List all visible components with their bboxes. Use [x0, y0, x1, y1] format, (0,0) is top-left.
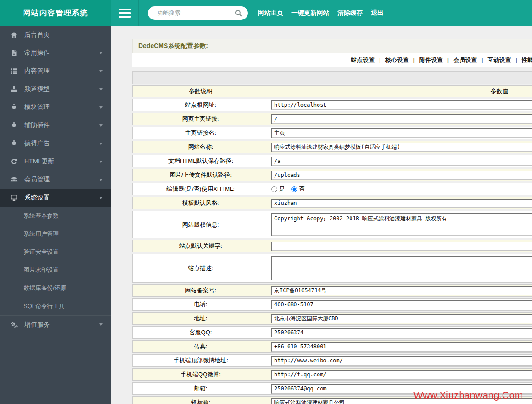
radio-input[interactable]: [271, 186, 277, 192]
tab-1[interactable]: 核心设置: [375, 56, 408, 64]
topnav-link-1[interactable]: 一键更新网站: [290, 7, 330, 19]
sidebar-item-9[interactable]: 系统设置: [0, 189, 111, 207]
param-input[interactable]: [271, 286, 532, 295]
param-input[interactable]: [271, 356, 532, 366]
file-icon: [10, 49, 18, 57]
chevron-down-icon: [99, 143, 103, 145]
config-panel: DedeCMS系统配置参数: 站点设置核心设置附件设置会员设置互动设置性能选项其…: [132, 39, 532, 67]
table-row: 手机端QQ微博:: [132, 368, 532, 381]
sidebar-subitem-5[interactable]: SQL命令行工具: [0, 297, 111, 315]
sidebar-subitem-3[interactable]: 图片水印设置: [0, 261, 111, 279]
param-value-cell: [269, 169, 532, 181]
param-input[interactable]: [271, 100, 532, 110]
sidebar-item-label: HTML更新: [24, 157, 95, 166]
sidebar-item-5[interactable]: 辅助插件: [0, 116, 111, 134]
plug-icon: [10, 140, 18, 147]
radio-option[interactable]: 否: [291, 185, 305, 193]
sidebar-item-8[interactable]: 会员管理: [0, 171, 111, 189]
param-input[interactable]: [271, 328, 532, 337]
site-watermark: Www.Xiuzhanwang.Com: [413, 390, 523, 401]
search-icon[interactable]: [234, 9, 242, 17]
radio-input[interactable]: [291, 186, 297, 192]
param-input[interactable]: [271, 157, 532, 166]
main-content: DedeCMS系统配置参数: 站点设置核心设置附件设置会员设置互动设置性能选项其…: [111, 26, 532, 404]
param-label: 短标题:: [133, 397, 269, 404]
chevron-down-icon: [99, 88, 103, 90]
tab-4[interactable]: 互动设置: [477, 56, 511, 64]
param-value-cell: [269, 313, 532, 324]
param-input[interactable]: [271, 342, 532, 352]
settings-tabs-bar: 站点设置核心设置附件设置会员设置互动设置性能选项其它选项: [132, 53, 532, 67]
cubes-icon: [10, 86, 18, 93]
app-title: 网站内容管理系统: [0, 0, 111, 26]
param-value-cell: [269, 99, 532, 111]
sidebar-item-value-added[interactable]: 增值服务: [0, 315, 111, 333]
sidebar-item-3[interactable]: 频道模型: [0, 80, 111, 98]
sidebar-item-4[interactable]: 模块管理: [0, 98, 111, 116]
sidebar: 后台首页常用操作内容管理频道模型模块管理辅助插件德得广告HTML更新会员管理系统…: [0, 26, 111, 404]
param-input[interactable]: [271, 128, 532, 138]
table-row: 网站名称:: [132, 141, 532, 153]
param-value-cell: 是否: [269, 183, 532, 195]
param-value-cell: [269, 355, 532, 366]
search-box: [148, 6, 248, 20]
param-textarea[interactable]: [271, 256, 532, 280]
param-value-cell: [269, 141, 532, 153]
table-row: 编辑器(是/否)使用XHTML:是否: [132, 183, 532, 195]
param-value-cell: [269, 341, 532, 352]
param-input[interactable]: [271, 143, 532, 152]
sidebar-toggle-button[interactable]: [111, 0, 139, 26]
sidebar-item-7[interactable]: HTML更新: [0, 152, 111, 171]
param-value-cell: [269, 369, 532, 380]
param-input[interactable]: [271, 242, 532, 251]
sidebar-item-label: 内容管理: [24, 67, 95, 75]
topnav-link-2[interactable]: 清除缓存: [337, 7, 364, 19]
param-value-cell: [269, 240, 532, 252]
sidebar-item-label: 增值服务: [24, 321, 95, 329]
sidebar-subitem-1[interactable]: 系统用户管理: [0, 225, 111, 243]
sidebar-item-6[interactable]: 德得广告: [0, 134, 111, 152]
table-row: 客服QQ:: [132, 326, 532, 339]
param-label: 模板默认风格:: [133, 197, 269, 209]
param-textarea[interactable]: [271, 213, 532, 236]
sidebar-submenu: 系统基本参数系统用户管理验证安全设置图片水印设置数据库备份/还原SQL命令行工具: [0, 207, 111, 315]
param-input[interactable]: [271, 300, 532, 309]
sidebar-item-2[interactable]: 内容管理: [0, 62, 111, 80]
sidebar-item-0[interactable]: 后台首页: [0, 26, 111, 44]
param-label: 客服QQ:: [133, 327, 269, 338]
table-row: 网站版权信息:: [132, 211, 532, 238]
param-input[interactable]: [271, 370, 532, 380]
sidebar-subitem-4[interactable]: 数据库备份/还原: [0, 279, 111, 297]
param-value-cell: [269, 211, 532, 238]
header-nav: 网站主页一键更新网站清除缓存退出: [257, 0, 385, 26]
param-value-cell: [269, 285, 532, 296]
param-value-cell: [269, 113, 532, 125]
gears-icon: [10, 321, 18, 328]
tab-3[interactable]: 会员设置: [443, 56, 477, 64]
param-input[interactable]: [271, 199, 532, 208]
param-label: 网页主页链接:: [133, 113, 269, 125]
param-value-cell: [269, 299, 532, 310]
param-input[interactable]: [271, 171, 532, 180]
chevron-down-icon: [99, 197, 103, 199]
topnav-link-0[interactable]: 网站主页: [257, 7, 284, 19]
search-input[interactable]: [148, 6, 248, 20]
sidebar-subitem-0[interactable]: 系统基本参数: [0, 207, 111, 225]
tab-0[interactable]: 站点设置: [351, 56, 375, 64]
param-value-cell: [269, 127, 532, 139]
param-input[interactable]: [271, 114, 532, 124]
chevron-down-icon: [99, 52, 103, 54]
radio-option[interactable]: 是: [271, 185, 285, 193]
tab-2[interactable]: 附件设置: [408, 56, 442, 64]
list-icon: [10, 67, 18, 75]
topnav-link-3[interactable]: 退出: [370, 7, 385, 19]
param-input[interactable]: [271, 314, 532, 323]
sidebar-item-1[interactable]: 常用操作: [0, 44, 111, 62]
sidebar-subitem-2[interactable]: 验证安全设置: [0, 243, 111, 261]
plug-icon: [10, 104, 18, 111]
table-row: 网页主页链接:: [132, 113, 532, 125]
tab-5[interactable]: 性能选项: [511, 56, 532, 64]
sidebar-item-label: 模块管理: [24, 103, 95, 111]
param-label: 网站备案号:: [133, 285, 269, 296]
page-title: DedeCMS系统配置参数:: [132, 39, 532, 53]
